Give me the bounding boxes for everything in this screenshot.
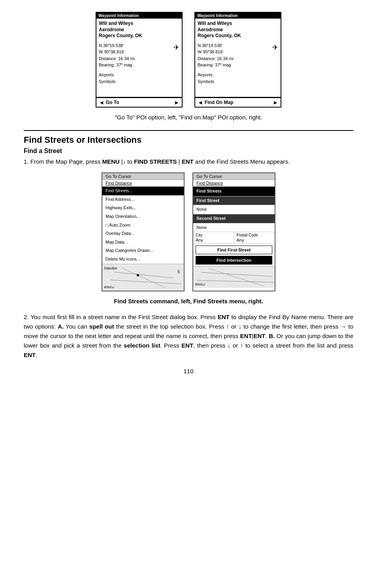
top-caption: "Go To" POI option, left, "Find on Map" … [24,114,353,121]
svg-line-0 [114,272,173,278]
right-distance: Distance: 16.34 mi [198,56,234,61]
left-footer-arrow-left: ◄ [99,99,104,106]
instruction-1-menu-key: MENU [102,158,119,165]
page-number: 110 [24,368,353,374]
left-lat: N 36º19.538' [99,43,124,48]
selection-list-emphasis: selection list [124,342,160,349]
left-coords-section: N 36º19.538' W 95º38.816' Distance: 16.3… [99,42,179,68]
menu-item-map-data[interactable]: Map Data... [102,238,184,247]
svg-line-2 [110,280,181,284]
top-caption-text: "Go To" POI option, left, "Find on Map" … [115,114,262,121]
first-street-header: First Street [193,197,275,206]
menu-item-highway-exits[interactable]: Highway Exits... [102,204,184,212]
ent-key-2: ENT [240,333,252,339]
left-cursor-bar: Go To Cursor [102,173,184,180]
right-find-streets-panel: Go To Cursor Find Distance Find Streets … [192,172,275,291]
postal-value: Any [237,237,273,243]
menu-item-find-address[interactable]: Find Address... [102,195,184,204]
instruction-1: 1. From the Map Page, press MENU |↓ to F… [24,157,353,166]
right-place-name: Will and WileysAerodromeRogers County, O… [198,21,278,39]
left-menu-screen: Go To Cursor Find Distance Find Streets.… [102,172,185,291]
left-screen-body: Will and WileysAerodromeRogers County, O… [96,19,182,97]
left-menu-inner: Go To Cursor Find Distance Find Streets.… [102,173,184,263]
menu-item-map-categories[interactable]: Map Categories Drawn... [102,246,184,255]
left-device-screen: Waypoint Information Will and WileysAero… [96,12,183,108]
ent-key-3: ENT [253,333,265,339]
left-coords: N 36º19.538' W 95º38.816' Distance: 16.3… [99,42,135,68]
right-map-thumbnail: 40mi↙ [193,266,275,288]
subsection-heading: Find a Street [24,147,353,155]
right-cursor-bar: Go To Cursor [193,173,275,180]
left-distance: Distance: 16.34 mi [99,56,135,61]
menu-item-auto-zoom[interactable]: Auto Zoom [102,221,184,230]
right-bearing: Bearing: 37º mag [198,62,231,67]
svg-line-1 [122,268,166,288]
instruction-1-suffix: and the Find Streets Menu appears. [195,158,290,165]
left-bearing: Bearing: 37º mag [99,62,132,67]
first-street-value: None [193,205,275,214]
ent-key-5: ENT [24,352,36,358]
top-screenshots-row: Waypoint Information Will and WileysAero… [24,12,353,108]
right-lon: W 95º38.816' [198,49,223,54]
left-lon: W 95º38.816' [99,49,124,54]
instruction-1-sep1: |↓ to [121,158,134,165]
svg-line-5 [209,268,264,286]
menu-screenshots-row: Go To Cursor Find Distance Find Streets.… [24,172,353,291]
postal-label: Postal Code [237,233,273,237]
right-footer-arrow-left: ◄ [198,99,203,106]
ent-key-1: ENT [218,314,230,320]
section-heading: Find Streets or Intersections [24,130,353,145]
left-find-distance: Find Distance [102,180,184,187]
spell-out-emphasis: spell out [89,323,114,330]
left-categories: AirportsSymbols [99,72,179,85]
svg-point-3 [137,274,139,276]
menu-item-overlay-data[interactable]: Overlay Data... [102,229,184,238]
right-map-scale: 40mi↙ [195,282,206,286]
city-postal-row: City Any Postal Code Any [193,232,275,244]
right-coords-section: N 36º19.538' W 95º38.816' Distance: 16.3… [198,42,278,68]
option-b-label: B. [269,333,275,339]
find-streets-section-header: Find Streets [193,187,275,197]
left-map-scale: 40mi↙ [104,285,115,289]
left-place-name: Will and WileysAerodromeRogers County, O… [99,21,179,39]
instruction-1-find-streets: FIND STREETS [134,158,177,165]
svg-line-6 [197,280,275,282]
second-street-header: Second Street [193,214,275,223]
right-screen-body: Will and WileysAerodromeRogers County, O… [195,19,281,97]
find-first-street-button[interactable]: Find First Street [196,246,272,254]
right-footer-arrow-right: ► [273,99,278,106]
left-map-scale-indicator: 5 [177,270,180,274]
right-lat: N 36º19.538' [198,43,222,48]
body-paragraph: 2. You must first fill in a street name … [24,312,353,360]
city-label: City [196,233,232,237]
left-screen-title: Waypoint Information [96,13,182,19]
svg-line-4 [201,272,272,276]
menu-item-delete-icons[interactable]: Delete My Icons... [102,255,184,264]
menu-item-map-orientation[interactable]: Map Orientation... [102,212,184,221]
right-device-screen: Waypoint Information Will and WileysAero… [194,12,281,108]
instruction-1-ent: ENT [182,158,194,165]
right-footer-label: Find On Map [205,100,234,105]
ent-key-4: ENT [181,342,193,349]
left-map-thumbnail: Sapulpa 5 40mi↙ [102,264,184,291]
right-categories: AirportsSymbols [198,72,278,85]
postal-column: Postal Code Any [234,232,275,244]
instruction-1-prefix: 1. From the Map Page, press [24,158,102,165]
second-street-value: None [193,223,275,233]
left-map-city-label: Sapulpa [104,266,117,270]
left-screen-footer: ◄ Go To ► [96,97,182,107]
find-intersection-button[interactable]: Find Intersection [196,256,272,265]
city-column: City Any [193,232,234,244]
instruction-1-sep2: | [179,158,180,165]
right-screen-footer: ◄ Find On Map ► [195,97,281,107]
right-coords: N 36º19.538' W 95º38.816' Distance: 16.3… [198,42,234,68]
menu-caption: Find Streets command, left, Find Streets… [24,298,353,304]
right-screen-title: Waypoint Information [195,13,281,19]
option-a-label: A. [58,323,64,330]
menu-item-find-streets[interactable]: Find Streets... [102,187,184,195]
left-footer-arrow-right: ► [174,99,179,106]
right-find-distance: Find Distance [193,180,275,187]
right-compass-icon: ✈ [272,43,278,52]
left-compass-icon: ✈ [173,43,179,52]
left-footer-label: Go To [106,100,119,105]
